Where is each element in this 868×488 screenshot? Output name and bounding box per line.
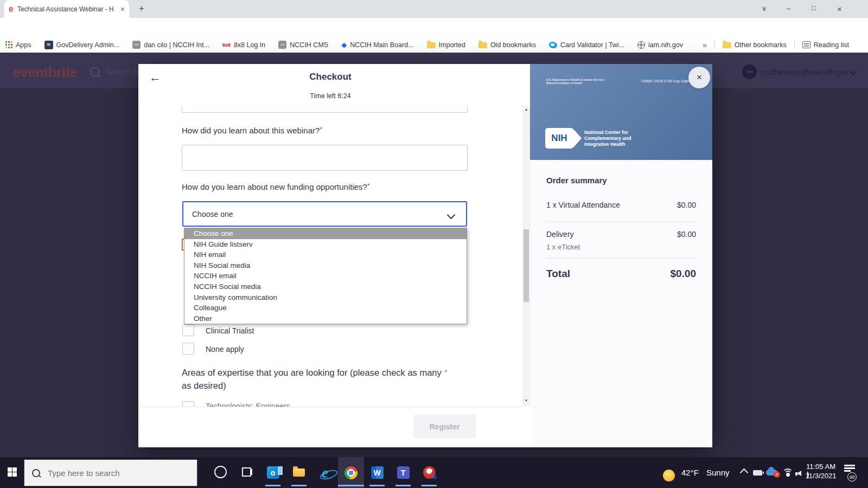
modal-scrollbar-thumb[interactable] bbox=[524, 229, 529, 302]
close-icon: × bbox=[697, 72, 702, 83]
tab-close-icon[interactable]: × bbox=[120, 5, 125, 14]
none-apply-label: None apply bbox=[206, 345, 244, 354]
notification-count-badge: 40 bbox=[847, 472, 857, 481]
dropdown-option[interactable]: Other bbox=[184, 313, 467, 324]
dropdown-option[interactable]: NIH email bbox=[184, 249, 467, 260]
action-center-icon[interactable]: 40 bbox=[844, 465, 855, 473]
wifi-icon[interactable] bbox=[782, 468, 792, 476]
q1-label: How did you learn about this webinar?* bbox=[182, 126, 322, 135]
modal-close-button[interactable]: × bbox=[688, 67, 710, 88]
apps-shortcut[interactable]: Apps bbox=[5, 41, 31, 49]
taskbar-clock[interactable]: 11:05 AM 11/3/2021 bbox=[802, 462, 840, 480]
onedrive-cloud-icon[interactable]: × bbox=[766, 470, 777, 476]
dropdown-option[interactable]: NIH Guide listserv bbox=[184, 239, 467, 250]
other-bookmarks-button[interactable]: Other bookmarks bbox=[723, 41, 787, 49]
folder-icon bbox=[427, 42, 436, 48]
new-tab-button[interactable]: + bbox=[139, 3, 144, 14]
order-summary-panel: U.S. Department of Health & Human Servic… bbox=[530, 64, 712, 447]
tab-search-icon[interactable]: ∨ bbox=[762, 4, 767, 12]
capture-app-taskbar-icon[interactable]: b bbox=[416, 457, 442, 488]
clinical-trialist-checkbox[interactable] bbox=[182, 324, 194, 336]
word-taskbar-icon[interactable]: W bbox=[364, 457, 390, 488]
diamond-favicon: ◆ bbox=[341, 41, 347, 49]
eventbrite-favicon-icon: e bbox=[9, 5, 14, 14]
browser-tab[interactable]: e Technical Assistance Webinar - H × bbox=[4, 0, 129, 18]
required-asterisk: * bbox=[445, 369, 448, 376]
taskbar-search[interactable] bbox=[24, 459, 197, 486]
nih-logo: NIH bbox=[545, 128, 573, 149]
teams-taskbar-icon[interactable]: T bbox=[390, 457, 416, 488]
file-explorer-taskbar-icon[interactable] bbox=[286, 457, 312, 488]
nccih-cms-favicon: NIH bbox=[278, 41, 286, 49]
weather-temp[interactable]: 42°F bbox=[681, 468, 699, 477]
scroll-down-arrow[interactable]: ▼ bbox=[522, 399, 530, 402]
battery-icon[interactable] bbox=[753, 470, 762, 476]
bookmark-nccih-main-board[interactable]: ◆ NCCIH Main Board... bbox=[341, 41, 413, 49]
register-button[interactable]: Register bbox=[413, 415, 476, 438]
order-line-2: Delivery $0.00 bbox=[546, 230, 696, 239]
teams-icon: T bbox=[397, 466, 410, 479]
separator bbox=[714, 40, 715, 49]
tab-title: Technical Assistance Webinar - H bbox=[17, 5, 117, 13]
dropdown-option[interactable]: NCCIH email bbox=[184, 271, 467, 281]
outlook-taskbar-icon[interactable]: o bbox=[260, 457, 286, 488]
order-line-1: 1 x Virtual Attendance $0.00 bbox=[546, 201, 696, 209]
bookmark-folder-old[interactable]: Old bookmarks bbox=[478, 41, 536, 49]
bookmark-iam-nih[interactable]: iam.nih.gov bbox=[637, 41, 683, 49]
taskbar-search-input[interactable] bbox=[47, 468, 189, 478]
form-scroll-area: How did you learn about this webinar?* H… bbox=[138, 106, 522, 407]
bookmark-govdelivery[interactable]: ✉ GovDelivery Admin... bbox=[44, 41, 120, 49]
clipped-bottom-checkbox[interactable] bbox=[182, 401, 194, 407]
word-icon: W bbox=[371, 466, 384, 479]
folder-icon bbox=[723, 42, 731, 48]
q2-select[interactable]: Choose one bbox=[182, 201, 467, 227]
dropdown-option[interactable]: Colleague bbox=[184, 303, 467, 313]
footer-divider bbox=[138, 407, 522, 407]
running-indicator bbox=[265, 485, 280, 486]
q1-input[interactable] bbox=[182, 145, 468, 171]
bookmarks-row: Apps ✉ GovDelivery Admin... NIH dan cilo… bbox=[5, 37, 683, 53]
window-minimize-button[interactable]: – bbox=[787, 4, 790, 12]
internet-explorer-taskbar-icon[interactable]: e bbox=[312, 457, 338, 488]
govdelivery-favicon: ✉ bbox=[44, 41, 53, 49]
cortana-button[interactable] bbox=[214, 466, 227, 478]
sync-error-badge: × bbox=[774, 471, 780, 478]
dropdown-option[interactable]: NIH Social media bbox=[184, 260, 467, 271]
bookmark-nccih-cms[interactable]: NIH NCCIH CMS bbox=[278, 41, 328, 49]
bookmark-card-validator[interactable]: Card Validator | Twi... bbox=[549, 41, 624, 49]
nccih-name: National Center for Complementary and In… bbox=[584, 130, 631, 147]
required-asterisk: * bbox=[367, 182, 370, 190]
window-maximize-button[interactable]: □ bbox=[812, 4, 816, 12]
required-asterisk: * bbox=[320, 126, 322, 133]
bookmarks-overflow-icon[interactable]: » bbox=[703, 41, 707, 49]
weather-condition[interactable]: Sunny bbox=[706, 468, 730, 477]
dropdown-option[interactable]: NCCIH Social media bbox=[184, 281, 467, 292]
q3-label: Areas of expertise that you are looking … bbox=[182, 366, 447, 392]
checkout-title: Checkout bbox=[138, 72, 522, 82]
tray-time: 11:05 AM bbox=[802, 462, 840, 471]
dropdown-option[interactable]: University communication bbox=[184, 292, 467, 303]
scroll-up-arrow[interactable]: ▲ bbox=[522, 107, 530, 111]
bookmarks-right-group: » Other bookmarks Reading list bbox=[703, 37, 849, 53]
none-apply-checkbox[interactable] bbox=[182, 343, 194, 355]
task-view-button[interactable] bbox=[242, 467, 251, 477]
time-left: Time left 6:24 bbox=[138, 92, 522, 100]
reading-list-button[interactable]: Reading list bbox=[802, 41, 849, 49]
separator bbox=[794, 40, 795, 49]
reading-list-icon bbox=[802, 41, 810, 48]
bookmark-folder-imported[interactable]: Imported bbox=[427, 41, 465, 49]
account-email: nccihevents@mail.nih.gov bbox=[761, 68, 849, 76]
weather-sun-icon[interactable] bbox=[663, 470, 675, 481]
window-close-button[interactable]: × bbox=[837, 4, 842, 14]
start-button[interactable] bbox=[8, 467, 17, 477]
dropdown-option[interactable]: Choose one bbox=[184, 228, 467, 239]
clipped-top-input[interactable] bbox=[182, 106, 468, 113]
folder-icon bbox=[478, 42, 487, 48]
chrome-taskbar-icon[interactable] bbox=[338, 457, 364, 488]
screen: e Technical Assistance Webinar - H × + ∨… bbox=[0, 0, 868, 488]
bookmark-dan-cilo[interactable]: NIH dan cilo | NCCIH Int... bbox=[132, 41, 209, 49]
chrome-icon bbox=[344, 466, 358, 479]
nih-logo-chevron-icon bbox=[573, 129, 582, 147]
tab-strip: e Technical Assistance Webinar - H × + ∨… bbox=[0, 0, 868, 18]
bookmark-8x8[interactable]: 8x8 8x8 Log In bbox=[222, 41, 265, 49]
